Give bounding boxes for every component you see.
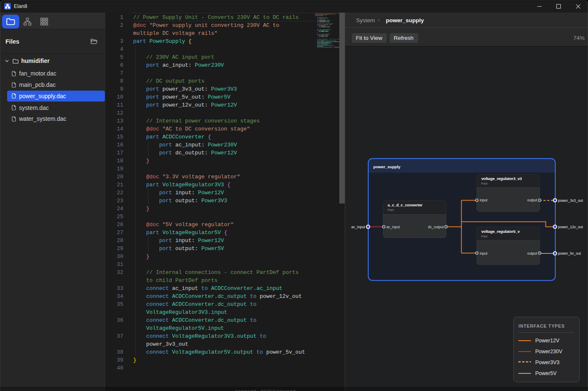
svg-text:Part: Part xyxy=(481,182,488,185)
svg-text:output: output xyxy=(527,198,537,202)
svg-text:output: output xyxy=(527,251,537,255)
svg-text:power_12v_out: power_12v_out xyxy=(558,224,583,229)
svg-text:input: input xyxy=(480,198,488,202)
svg-text:a_c_d_c_converter: a_c_d_c_converter xyxy=(388,203,422,207)
svg-text:voltage_regulator3_v3: voltage_regulator3_v3 xyxy=(481,176,522,181)
svg-text:dc_output: dc_output xyxy=(428,224,444,229)
svg-text:voltage_regulator5_v: voltage_regulator5_v xyxy=(481,229,520,234)
svg-text:power_5v_out: power_5v_out xyxy=(558,251,581,255)
svg-text:Part: Part xyxy=(388,208,394,212)
svg-text:input: input xyxy=(480,251,488,255)
svg-text:ac_input: ac_input xyxy=(386,224,400,229)
svg-text:power_3v3_out: power_3v3_out xyxy=(558,198,583,202)
svg-text:Part: Part xyxy=(481,234,488,238)
svg-text:ac_input: ac_input xyxy=(351,224,365,229)
svg-text:power_supply: power_supply xyxy=(373,164,401,169)
